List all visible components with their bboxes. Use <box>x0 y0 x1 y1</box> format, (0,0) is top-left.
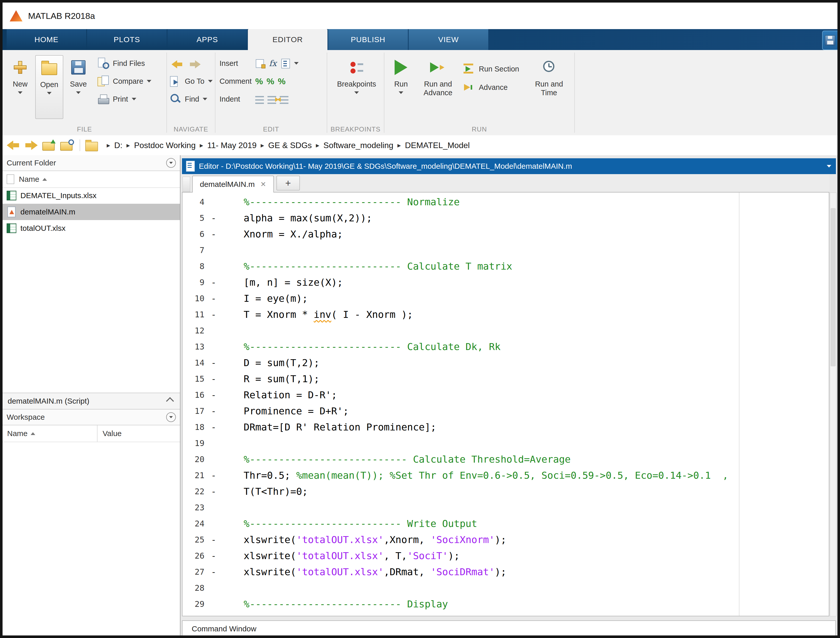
editor-tab-dematelmain[interactable]: dematelMAIN.m ✕ <box>192 176 274 193</box>
code-line[interactable]: 19 <box>183 435 829 452</box>
insert-function-icon[interactable]: fx <box>269 58 277 68</box>
collapse-details-icon[interactable] <box>166 397 174 405</box>
line-number[interactable]: 21 <box>183 467 207 483</box>
command-window-header[interactable]: Command Window <box>182 621 836 635</box>
line-number[interactable]: 18 <box>183 419 207 435</box>
current-folder-menu-button[interactable] <box>166 158 176 168</box>
code-line[interactable]: 25- xlswrite('totalOUT.xlsx',Xnorm, 'Soc… <box>183 532 829 548</box>
menu-tab-plots[interactable]: PLOTS <box>87 29 167 50</box>
line-number[interactable]: 27 <box>183 564 207 580</box>
file-row[interactable]: totalOUT.xlsx <box>3 220 180 237</box>
file-list-column-header[interactable]: Name <box>3 171 180 188</box>
breadcrumb-item[interactable]: Postdoc Working <box>134 141 196 150</box>
line-number[interactable]: 25 <box>183 532 207 548</box>
line-number[interactable]: 9 <box>183 275 207 291</box>
run-section-button[interactable]: Run Section <box>464 61 519 77</box>
code-line[interactable]: 20 %--------------------------- Calculat… <box>183 452 829 467</box>
code-line[interactable]: 17- Prominence = D+R'; <box>183 403 829 419</box>
line-number[interactable]: 6 <box>183 226 207 242</box>
print-button[interactable]: Print <box>98 92 136 107</box>
quick-access-save-button[interactable] <box>822 31 837 50</box>
code-line[interactable]: 29 %-------------------------- Display <box>183 596 829 612</box>
compare-button[interactable]: Compare <box>98 74 152 89</box>
code-line[interactable]: 14- D = sum(T,2); <box>183 355 829 371</box>
insert-section-icon[interactable] <box>255 58 265 68</box>
run-and-advance-button[interactable]: Run and Advance <box>418 55 458 119</box>
file-row[interactable]: dematelMAIN.m <box>3 204 180 220</box>
file-details-bar[interactable]: dematelMAIN.m (Script) <box>3 393 180 409</box>
editor-title-bar[interactable]: Editor - D:\Postdoc Working\11- May 2019… <box>182 158 836 174</box>
code-line[interactable]: 15- R = sum(T,1); <box>183 371 829 387</box>
line-number[interactable]: 22 <box>183 483 207 500</box>
workspace-menu-button[interactable] <box>166 412 176 422</box>
uncomment-icon[interactable]: % <box>267 76 274 86</box>
menu-tab-view[interactable]: VIEW <box>409 29 488 50</box>
advance-button[interactable]: Advance <box>464 80 508 95</box>
smart-indent-icon[interactable] <box>255 95 264 104</box>
line-number[interactable]: 12 <box>183 323 207 339</box>
code-line[interactable]: 28 <box>183 580 829 596</box>
menu-tab-publish[interactable]: PUBLISH <box>328 29 408 50</box>
folder-search-icon[interactable] <box>60 139 74 151</box>
editor-panel-menu-icon[interactable] <box>827 165 831 167</box>
line-number[interactable]: 17 <box>183 403 207 419</box>
comment-row[interactable]: Comment % % % <box>219 74 286 89</box>
line-number[interactable]: 28 <box>183 580 207 596</box>
code-line[interactable]: 11- T = Xnorm * inv( I - Xnorm ); <box>183 306 829 323</box>
line-number[interactable]: 7 <box>183 242 207 258</box>
insert-row[interactable]: Insert fx <box>219 56 298 71</box>
run-and-time-button[interactable]: Run and Time <box>527 55 571 119</box>
code-line[interactable]: 18- DRmat=[D R' Relation Prominence]; <box>183 419 829 435</box>
wrap-comments-icon[interactable]: % <box>278 76 285 86</box>
new-button[interactable]: New <box>6 55 34 119</box>
navigate-forward-icon[interactable] <box>188 60 201 68</box>
editor-scrollbar[interactable] <box>830 193 837 616</box>
line-number[interactable]: 11 <box>183 306 207 323</box>
line-number[interactable]: 13 <box>183 339 207 355</box>
menu-tab-editor[interactable]: EDITOR <box>248 29 327 50</box>
file-row[interactable]: DEMATEL_Inputs.xlsx <box>3 187 180 204</box>
code-line[interactable]: 23 <box>183 500 829 516</box>
code-editor[interactable]: 4 %-------------------------- Normalize5… <box>182 193 829 616</box>
breadcrumb-item[interactable]: Software_modeling <box>324 141 393 150</box>
code-line[interactable]: 8 %-------------------------- Calculate … <box>183 258 829 275</box>
line-number[interactable]: 8 <box>183 258 207 275</box>
run-button[interactable]: Run <box>387 55 415 119</box>
line-number[interactable]: 16 <box>183 387 207 403</box>
workspace-column-header[interactable]: Name Value <box>3 425 180 442</box>
navigate-back-icon[interactable] <box>172 60 184 68</box>
code-line[interactable]: 4 %-------------------------- Normalize <box>183 194 829 210</box>
code-line[interactable]: 6- Xnorm = X./alpha; <box>183 226 829 242</box>
indent-left-icon[interactable] <box>280 95 289 104</box>
line-number[interactable]: 4 <box>183 194 207 210</box>
breadcrumb-item[interactable]: 11- May 2019 <box>207 141 256 150</box>
menu-tab-apps[interactable]: APPS <box>167 29 247 50</box>
find-files-button[interactable]: Find Files <box>98 56 145 71</box>
panel-splitter[interactable] <box>180 617 837 621</box>
line-number[interactable]: 24 <box>183 516 207 532</box>
insert-block-icon[interactable] <box>280 58 291 68</box>
forward-arrow-icon[interactable] <box>24 141 38 150</box>
folder-up-icon[interactable] <box>43 139 56 151</box>
go-to-button[interactable]: Go To <box>169 74 213 89</box>
code-line[interactable]: 27- xlswrite('totalOUT.xlsx',DRmat, 'Soc… <box>183 564 829 580</box>
line-number[interactable]: 23 <box>183 500 207 516</box>
close-tab-icon[interactable]: ✕ <box>261 180 266 188</box>
code-line[interactable]: 12 <box>183 323 829 339</box>
code-line[interactable]: 26- xlswrite('totalOUT.xlsx', T,'SociT')… <box>183 548 829 564</box>
line-number[interactable]: 14 <box>183 355 207 371</box>
code-line[interactable]: 21- Thr=0.5; %mean(mean(T)); %Set Thr of… <box>183 467 829 483</box>
code-line[interactable]: 5- alpha = max(sum(X,2)); <box>183 210 829 226</box>
code-line[interactable]: 13 %-------------------------- Calculate… <box>183 339 829 355</box>
breakpoints-button[interactable]: Breakpoints <box>340 55 373 119</box>
code-line[interactable]: 22- T(T<Thr)=0; <box>183 483 829 500</box>
indent-row[interactable]: Indent <box>219 92 289 107</box>
code-line[interactable]: 16- Relation = D-R'; <box>183 387 829 403</box>
code-line[interactable]: 24 %-------------------------- Write Out… <box>183 516 829 532</box>
find-button[interactable]: Find <box>169 92 207 107</box>
save-button[interactable]: Save <box>64 55 92 119</box>
line-number[interactable]: 20 <box>183 452 207 467</box>
code-line[interactable]: 10- I = eye(m); <box>183 291 829 306</box>
line-number[interactable]: 26 <box>183 548 207 564</box>
breadcrumb-item[interactable]: D: <box>114 141 123 150</box>
